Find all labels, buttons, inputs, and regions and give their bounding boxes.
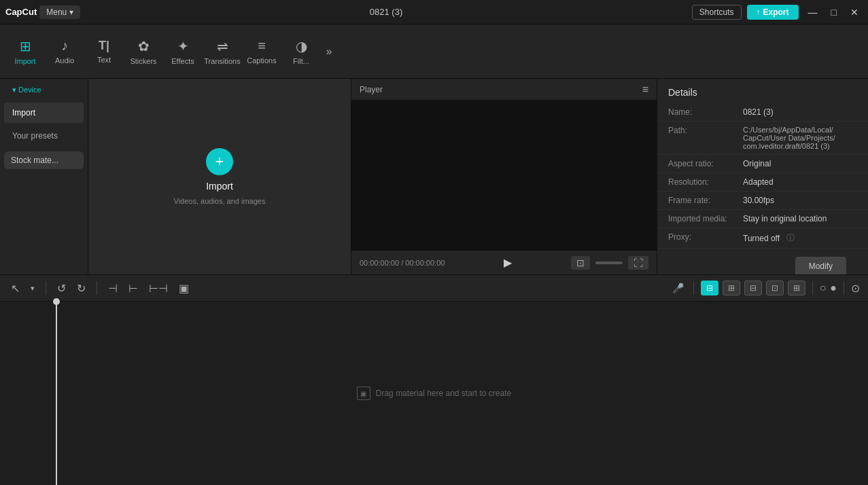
timeline-area: ▣ Drag material here and start to create xyxy=(0,302,868,485)
drag-hint-icon: ▣ xyxy=(357,387,370,400)
audio-icon: ♪ xyxy=(61,38,68,54)
tool-effects[interactable]: ✦ Effects xyxy=(163,29,203,75)
detail-aspect-key: Aspect ratio: xyxy=(668,159,743,168)
detail-imported-row: Imported media: Stay in original locatio… xyxy=(657,210,868,228)
timeline-toolbar: ↖ ▾ ↺ ↻ ⊣ ⊢ ⊢⊣ ▣ 🎤 ⊟ ⊞ ⊟ ⊡ ⊞ ○ ● ⊙ xyxy=(0,274,868,302)
close-button[interactable]: ✕ xyxy=(846,5,863,19)
player-right-buttons: ⊡ ⛶ xyxy=(571,256,648,270)
timeline-right-tools: 🎤 ⊟ ⊞ ⊟ ⊡ ⊞ ○ ● ⊙ xyxy=(670,281,860,295)
detail-resolution-value: Adapted xyxy=(743,177,857,187)
tl-tool-4[interactable]: ⊡ xyxy=(766,281,784,295)
detail-framerate-key: Frame rate: xyxy=(668,196,743,205)
stickers-icon: ✿ xyxy=(138,38,150,54)
tl-circle-1[interactable]: ○ xyxy=(820,282,827,294)
player-time: 00:00:00:00 / 00:00:00:00 xyxy=(360,259,445,267)
media-panel: + Import Videos, audios, and images xyxy=(88,79,351,274)
tl-tool-3[interactable]: ⊟ xyxy=(744,281,762,295)
player-header: Player ≡ xyxy=(351,79,657,101)
player-menu-icon[interactable]: ≡ xyxy=(642,84,648,96)
tl-tool-2[interactable]: ⊞ xyxy=(723,281,740,295)
toolbar-more-button[interactable]: » xyxy=(321,29,337,75)
text-icon: T| xyxy=(99,39,109,53)
player-panel: Player ≡ 00:00:00:00 / 00:00:00:00 ▶ ⊡ ⛶ xyxy=(351,79,657,274)
stock-material-button[interactable]: Stock mate... xyxy=(4,151,84,169)
tool-captions[interactable]: ≡ Captions xyxy=(242,29,281,75)
detail-name-row: Name: 0821 (3) xyxy=(657,103,868,122)
timeline-section: ↖ ▾ ↺ ↻ ⊣ ⊢ ⊢⊣ ▣ 🎤 ⊟ ⊞ ⊟ ⊡ ⊞ ○ ● ⊙ xyxy=(0,274,868,485)
shortcuts-button[interactable]: Shortcuts xyxy=(692,5,742,20)
tool-import[interactable]: ⊞ Import xyxy=(5,29,45,75)
detail-name-value: 0821 (3) xyxy=(743,107,857,117)
detail-resolution-key: Resolution: xyxy=(668,177,743,187)
player-title: Player xyxy=(360,85,383,94)
title-bar: CapCut Menu ▾ 0821 (3) Shortcuts ↑ Expor… xyxy=(0,0,868,24)
app-logo: CapCut xyxy=(5,7,37,17)
detail-proxy-value: Turned off ⓘ xyxy=(743,232,857,244)
tl-tool-5[interactable]: ⊞ xyxy=(788,281,805,295)
menu-button[interactable]: Menu ▾ xyxy=(39,5,80,19)
tool-transitions[interactable]: ⇌ Transitions xyxy=(203,29,242,75)
select-arrow-button[interactable]: ▾ xyxy=(28,283,37,294)
tool-stickers[interactable]: ✿ Stickers xyxy=(124,29,163,75)
ratio-button[interactable] xyxy=(595,262,623,264)
detail-aspect-value: Original xyxy=(743,159,857,168)
split-right-button[interactable]: ⊢ xyxy=(126,281,141,296)
tool-audio[interactable]: ♪ Audio xyxy=(45,29,84,75)
tl-tool-1[interactable]: ⊟ xyxy=(701,281,718,295)
export-button[interactable]: ↑ Export xyxy=(747,5,799,20)
tool-text[interactable]: T| Text xyxy=(84,29,124,75)
main-toolbar: ⊞ Import ♪ Audio T| Text ✿ Stickers ✦ Ef… xyxy=(0,24,868,79)
left-panel-presets[interactable]: Your presets xyxy=(4,126,84,146)
device-header[interactable]: ▾ Device xyxy=(4,80,84,100)
timeline-cursor xyxy=(56,302,57,485)
minimize-button[interactable]: — xyxy=(804,5,822,19)
player-viewport xyxy=(351,101,657,250)
transitions-icon: ⇌ xyxy=(217,38,228,54)
detail-name-key: Name: xyxy=(668,107,743,117)
mic-button[interactable]: 🎤 xyxy=(670,281,687,295)
detail-proxy-key: Proxy: xyxy=(668,232,743,244)
panels-row: ▾ Device Import Your presets Stock mate.… xyxy=(0,79,868,274)
detail-resolution-row: Resolution: Adapted xyxy=(657,173,868,192)
play-button[interactable]: ▶ xyxy=(504,256,512,269)
left-panel: ▾ Device Import Your presets Stock mate.… xyxy=(0,79,88,274)
detail-path-key: Path: xyxy=(668,126,743,150)
detail-imported-key: Imported media: xyxy=(668,214,743,223)
detail-path-value: C:/Users/bj/AppData/Local/CapCut/User Da… xyxy=(743,126,857,150)
fullscreen-button[interactable]: ⛶ xyxy=(628,256,648,270)
import-subtitle: Videos, audios, and images xyxy=(174,197,266,205)
detail-aspect-row: Aspect ratio: Original xyxy=(657,155,868,173)
fit-button[interactable]: ⊡ xyxy=(571,256,590,270)
select-tool-button[interactable]: ↖ xyxy=(8,281,22,296)
maximize-button[interactable]: □ xyxy=(827,5,841,19)
drag-hint: ▣ Drag material here and start to create xyxy=(357,387,511,400)
proxy-info-icon: ⓘ xyxy=(786,232,795,244)
captions-icon: ≡ xyxy=(258,38,266,54)
timeline-empty-state: ▣ Drag material here and start to create xyxy=(357,387,511,400)
undo-button[interactable]: ↺ xyxy=(54,281,69,296)
modify-button[interactable]: Modify xyxy=(795,257,846,276)
import-icon: ⊞ xyxy=(20,38,31,54)
import-label: Import xyxy=(206,181,233,192)
detail-path-row: Path: C:/Users/bj/AppData/Local/CapCut/U… xyxy=(657,122,868,155)
left-panel-import[interactable]: Import xyxy=(4,103,84,123)
details-title: Details xyxy=(657,79,868,103)
filter-icon: ◑ xyxy=(296,38,307,54)
details-panel: Details Name: 0821 (3) Path: C:/Users/bj… xyxy=(657,79,868,274)
player-controls: 00:00:00:00 / 00:00:00:00 ▶ ⊡ ⛶ xyxy=(351,250,657,274)
tool-filter[interactable]: ◑ Filt... xyxy=(281,29,321,75)
import-plus-icon: + xyxy=(206,148,233,175)
redo-button[interactable]: ↻ xyxy=(74,281,88,296)
detail-imported-value: Stay in original location xyxy=(743,214,857,223)
project-title: 0821 (3) xyxy=(370,7,402,17)
detail-proxy-row: Proxy: Turned off ⓘ xyxy=(657,228,868,249)
detail-framerate-row: Frame rate: 30.00fps xyxy=(657,192,868,210)
tl-circle-2[interactable]: ● xyxy=(830,282,837,294)
delete-button[interactable]: ▣ xyxy=(176,281,192,296)
split-both-button[interactable]: ⊢⊣ xyxy=(146,281,171,296)
split-left-button[interactable]: ⊣ xyxy=(105,281,120,296)
tl-zoom-button[interactable]: ⊙ xyxy=(851,282,860,295)
detail-framerate-value: 30.00fps xyxy=(743,196,857,205)
import-drop-area[interactable]: + Import Videos, audios, and images xyxy=(174,148,266,205)
effects-icon: ✦ xyxy=(177,38,189,54)
